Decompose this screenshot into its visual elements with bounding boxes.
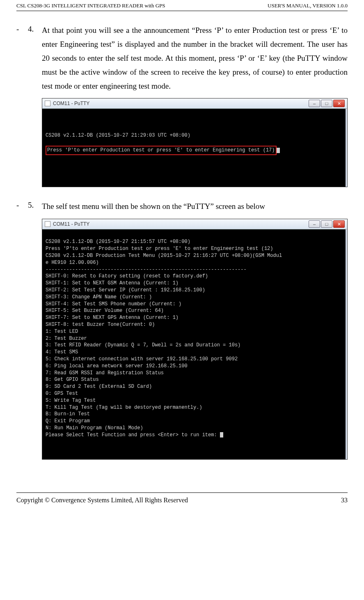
paragraph-text: At that point you will see a the announc… <box>42 23 348 94</box>
close-button[interactable]: ✕ <box>333 220 345 228</box>
list-item-5: - 5. The self test menu will then be sho… <box>16 199 348 213</box>
list-item-4: - 4. At that point you will see a the an… <box>16 23 348 94</box>
term1-line1: CS208 v2.1.12-DB (2015-10-27 21:29:03 UT… <box>46 132 342 139</box>
cursor-icon <box>277 148 280 153</box>
minimize-button[interactable]: – <box>309 220 320 228</box>
maximize-button[interactable]: □ <box>321 100 332 107</box>
term2-line: 7: Read GSM RSSI and Registration Status <box>46 370 342 377</box>
term2-line: T: Kill Tag Test (Tag will be destoryed … <box>46 404 342 411</box>
term2-line: SHIFT-1: Set to NEXT GSM Antenna (Curren… <box>46 280 342 287</box>
header-right: USER'S MANUAL, VERSION 1.0.0 <box>268 2 348 10</box>
term2-line: N: Run Main Program (Normal Mode) <box>46 425 342 432</box>
term2-line: CS208 v2.1.12-DB Production Test Menu (2… <box>46 252 342 259</box>
term2-line: SHIFT-5: Set Buzzer Volume (Current: 64) <box>46 307 342 314</box>
close-button[interactable]: ✕ <box>333 100 345 107</box>
putty-window: COM11 - PuTTY – □ ✕ CS208 v2.1.12-DB (20… <box>42 98 347 187</box>
term2-line: 6: Ping local area network server 192.16… <box>46 363 342 370</box>
terminal-output: CS208 v2.1.12-DB (2015-10-27 21:15:57 UT… <box>42 229 347 459</box>
window-titlebar: COM11 - PuTTY – □ ✕ <box>42 219 347 229</box>
footer-right: 33 <box>341 495 348 505</box>
terminal-output: CS208 v2.1.12-DB (2015-10-27 21:29:03 UT… <box>42 109 347 187</box>
screenshot-figure-2: COM11 - PuTTY – □ ✕ CS208 v2.1.12-DB (20… <box>42 219 348 460</box>
term2-line: 0: GPS Test <box>46 390 342 397</box>
maximize-button[interactable]: □ <box>321 220 332 228</box>
term2-line: Please Select Test Function and press <E… <box>46 432 342 439</box>
term2-line: SHIFT-7: Set to NEXT GPS Antenna (Curren… <box>46 314 342 321</box>
paragraph-text: The self test menu will then be shown on… <box>42 199 348 213</box>
cursor-icon <box>220 432 223 437</box>
term2-line: SHIFT-0: Reset to Fatory setting (reset … <box>46 273 342 280</box>
minimize-button[interactable]: – <box>309 100 320 107</box>
term2-line: S: Write Tag Test <box>46 397 342 404</box>
window-buttons: – □ ✕ <box>309 220 345 228</box>
window-title: COM11 - PuTTY <box>53 220 89 228</box>
term2-line: Q: Exit Program <box>46 418 342 425</box>
header-left: CSL CS208-3G INTELLIGENT INTEGRATED READ… <box>16 2 165 10</box>
window-title: COM11 - PuTTY <box>53 100 89 107</box>
term2-line: 9: SD Card 2 Test (External SD Card) <box>46 383 342 390</box>
screenshot-figure-1: COM11 - PuTTY – □ ✕ CS208 v2.1.12-DB (20… <box>42 98 348 187</box>
term2-line: SHIFT-8: test Buzzer Tone(Current: 0) <box>46 321 342 328</box>
page-header: CSL CS208-3G INTELLIGENT INTEGRATED READ… <box>16 0 348 11</box>
term2-line: ----------------------------------------… <box>46 266 342 273</box>
bullet-dash: - <box>16 199 28 213</box>
term2-line: 3: Test RFID Reader (Dynamic Q = 7, Dwel… <box>46 342 342 349</box>
term2-line: 1: Test LED <box>46 328 342 335</box>
term2-line: 4: Test SMS <box>46 349 342 356</box>
term2-line: SHIFT-4: Set Test SMS Phone number (Curr… <box>46 301 342 308</box>
term2-line: SHIFT-2: Set Test Server IP (Current : 1… <box>46 287 342 294</box>
page-footer: Copyright © Convergence Systems Limited,… <box>16 492 348 505</box>
putty-window: COM11 - PuTTY – □ ✕ CS208 v2.1.12-DB (20… <box>42 219 347 459</box>
bullet-number: 5. <box>28 199 42 213</box>
putty-icon <box>45 221 50 227</box>
term2-line: e HE910 12.00.006) <box>46 259 342 266</box>
term2-line: Press 'P'to enter Production test or pre… <box>46 245 342 252</box>
term2-line: CS208 v2.1.12-DB (2015-10-27 21:15:57 UT… <box>46 238 342 245</box>
putty-icon <box>45 101 50 106</box>
highlighted-prompt: Press 'P'to enter Production test or pre… <box>46 146 277 155</box>
term2-line: 2: Test Buzzer <box>46 335 342 342</box>
window-buttons: – □ ✕ <box>309 100 345 107</box>
term2-line: 5: Check internet connection with server… <box>46 356 342 363</box>
window-titlebar: COM11 - PuTTY – □ ✕ <box>42 98 347 109</box>
term2-line: SHIFT-3: Change APN Name (Current: ) <box>46 294 342 301</box>
term2-line: B: Burn-in Test <box>46 411 342 418</box>
bullet-dash: - <box>16 23 28 94</box>
term2-line: 8: Get GPIO Status <box>46 376 342 383</box>
bullet-number: 4. <box>28 23 42 94</box>
footer-left: Copyright © Convergence Systems Limited,… <box>16 495 188 505</box>
